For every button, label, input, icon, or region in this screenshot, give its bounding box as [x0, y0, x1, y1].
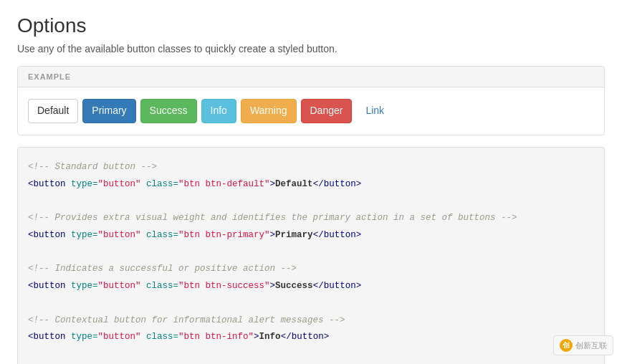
- code-line-3: <button type="button" class="btn btn-suc…: [28, 281, 361, 291]
- page-title: Options: [17, 14, 605, 37]
- button-danger[interactable]: Danger: [301, 99, 353, 123]
- example-header: EXAMPLE: [18, 67, 604, 87]
- code-comment-4: <!-- Contextual button for informational…: [28, 315, 345, 325]
- button-primary[interactable]: Primary: [82, 99, 135, 123]
- button-info[interactable]: Info: [201, 99, 236, 123]
- code-block: <!-- Standard button --> <button type="b…: [17, 147, 605, 364]
- button-warning[interactable]: Warning: [241, 99, 297, 123]
- code-comment-3: <!-- Indicates a successful or positive …: [28, 264, 297, 274]
- button-default[interactable]: Default: [28, 99, 78, 123]
- example-box: EXAMPLE Default Primary Success Info War…: [17, 66, 605, 135]
- code-comment-2: <!-- Provides extra visual weight and id…: [28, 213, 517, 223]
- watermark-text: 创新互联: [575, 340, 607, 351]
- watermark: 创 创新互联: [553, 335, 613, 355]
- code-comment-1: <!-- Standard button -->: [28, 162, 157, 172]
- example-content: Default Primary Success Info Warning Dan…: [18, 87, 604, 135]
- watermark-icon: 创: [560, 339, 573, 352]
- button-link[interactable]: Link: [356, 99, 393, 123]
- code-line-2: <button type="button" class="btn btn-pri…: [28, 230, 361, 240]
- button-success[interactable]: Success: [140, 99, 197, 123]
- code-line-4: <button type="button" class="btn btn-inf…: [28, 332, 329, 342]
- page-description: Use any of the available button classes …: [17, 43, 605, 54]
- code-line-1: <button type="button" class="btn btn-def…: [28, 179, 361, 189]
